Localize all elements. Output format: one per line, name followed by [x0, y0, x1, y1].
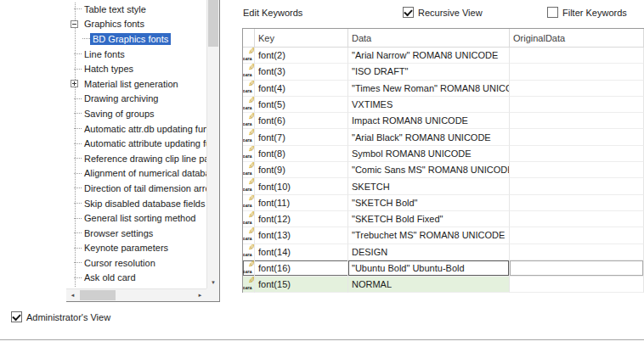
key-cell[interactable]: font(3)	[255, 64, 348, 80]
table-row[interactable]: DATA ✎ font(13) "Trebuchet MS" ROMAN8 UN…	[243, 227, 644, 243]
tree-item-label[interactable]: Drawing archiving	[82, 92, 161, 104]
originaldata-cell[interactable]	[510, 260, 644, 277]
table-row[interactable]: DATA ✎ font(8) Symbol ROMAN8 UNICODE	[243, 146, 644, 162]
table-row[interactable]: DATA ✎ font(2) "Arial Narrow" ROMAN8 UNI…	[243, 48, 644, 64]
tree-item[interactable]: Keynote parameters	[66, 241, 206, 256]
tree-item[interactable]: Line fonts	[66, 47, 206, 62]
data-cell[interactable]: "SKETCH Bold Fixed"	[348, 211, 510, 227]
tree-item[interactable]: Graphics fonts	[66, 17, 206, 32]
tree-twisty[interactable]	[70, 2, 82, 17]
edit-data-icon[interactable]: DATA ✎	[243, 164, 254, 176]
originaldata-cell[interactable]	[510, 146, 644, 162]
tree-item-label[interactable]: Skip disabled database fields	[82, 198, 206, 210]
data-cell[interactable]: DESIGN	[348, 244, 510, 260]
tree-item-label[interactable]: Material list generation	[82, 78, 181, 90]
edit-data-icon[interactable]: DATA ✎	[243, 115, 254, 127]
tree-item[interactable]: Direction of tail dimension arrow	[66, 181, 206, 196]
edit-data-icon[interactable]: DATA ✎	[243, 229, 254, 242]
recursive-view-checkbox[interactable]	[403, 7, 414, 18]
column-header-originaldata[interactable]: OriginalData	[510, 29, 644, 48]
tree-item[interactable]: Ask old card	[66, 271, 206, 286]
tree-item[interactable]: Saving of groups	[66, 106, 206, 121]
row-icon-cell[interactable]: DATA ✎	[243, 244, 255, 260]
row-icon-cell[interactable]: DATA ✎	[243, 81, 255, 97]
tree-item-label[interactable]: Saving of groups	[82, 108, 157, 120]
edit-data-icon[interactable]: DATA ✎	[243, 81, 254, 94]
tree-item[interactable]: Alignment of numerical databas	[66, 166, 206, 182]
key-cell[interactable]: font(5)	[255, 97, 348, 113]
expand-collapse-icon[interactable]	[71, 20, 78, 28]
tree-item-label[interactable]: Automatic attribute updating fu	[82, 137, 206, 149]
row-icon-cell[interactable]: DATA ✎	[243, 195, 255, 211]
key-cell[interactable]: font(7)	[255, 129, 348, 145]
originaldata-cell[interactable]	[510, 129, 644, 145]
edit-data-icon[interactable]: DATA ✎	[243, 98, 254, 111]
edit-data-icon[interactable]: DATA ✎	[243, 262, 254, 275]
row-icon-cell[interactable]: DATA ✎	[243, 64, 255, 80]
key-cell[interactable]: font(13)	[255, 227, 348, 243]
table-row[interactable]: DATA ✎ font(15) NORMAL	[243, 277, 644, 293]
row-icon-cell[interactable]: DATA ✎	[243, 162, 255, 178]
tree-item[interactable]: General list sorting method	[66, 210, 206, 226]
tree-twisty[interactable]	[70, 61, 82, 76]
originaldata-cell[interactable]	[510, 244, 644, 260]
tree-item-label[interactable]: Automatic attr.db updating fun	[82, 123, 206, 135]
edit-data-icon[interactable]: DATA ✎	[243, 245, 254, 258]
key-cell[interactable]: font(11)	[255, 195, 348, 211]
edit-data-icon[interactable]: DATA ✎	[243, 65, 254, 78]
data-cell[interactable]: "Comic Sans MS" ROMAN8 UNICODE	[348, 162, 510, 178]
data-cell[interactable]: "ISO DRAFT"	[348, 64, 510, 80]
table-row[interactable]: DATA ✎ font(11) "SKETCH Bold"	[243, 195, 644, 211]
expand-collapse-icon[interactable]	[71, 80, 78, 87]
horizontal-scrollbar-thumb[interactable]	[80, 290, 116, 300]
data-cell[interactable]: Impact ROMAN8 UNICODE	[348, 113, 510, 129]
administrators-view-row[interactable]: Administrator's View	[11, 311, 110, 322]
key-cell[interactable]: font(9)	[255, 162, 348, 178]
recursive-view-row[interactable]: Recursive View	[403, 7, 483, 18]
key-cell[interactable]: font(4)	[255, 81, 348, 97]
tree-twisty[interactable]	[70, 241, 82, 256]
tree-item-label[interactable]: BD Graphics fonts	[90, 33, 171, 45]
tree-twisty[interactable]	[70, 136, 82, 151]
table-row[interactable]: DATA ✎ font(10) SKETCH	[243, 178, 644, 194]
tree-twisty[interactable]	[70, 121, 82, 137]
tree-item-label[interactable]: Line fonts	[82, 48, 127, 60]
scroll-down-button[interactable]: ▼	[207, 276, 219, 288]
tree-twisty[interactable]	[70, 76, 82, 92]
row-icon-cell[interactable]: DATA ✎	[243, 211, 255, 227]
row-icon-cell[interactable]: DATA ✎	[243, 260, 255, 277]
originaldata-cell[interactable]	[510, 195, 644, 211]
key-cell[interactable]: font(14)	[255, 244, 348, 260]
key-cell[interactable]: font(15)	[255, 277, 348, 293]
vertical-scrollbar-thumb[interactable]	[208, 0, 218, 47]
edit-data-icon[interactable]: DATA ✎	[243, 49, 254, 62]
row-icon-cell[interactable]: DATA ✎	[243, 146, 255, 162]
row-icon-cell[interactable]: DATA ✎	[243, 97, 255, 113]
tree-twisty[interactable]	[70, 92, 82, 107]
tree-item[interactable]: Hatch types	[66, 61, 206, 76]
tree-item-label[interactable]: Graphics fonts	[82, 18, 147, 30]
originaldata-cell[interactable]	[510, 227, 644, 243]
key-cell[interactable]: font(10)	[255, 178, 348, 194]
tree-item[interactable]: BD Graphics fonts	[66, 31, 206, 47]
tree-item-label[interactable]: Table text style	[82, 3, 149, 15]
tree-item-label[interactable]: Alignment of numerical databas	[82, 167, 206, 179]
table-row[interactable]: DATA ✎ font(7) "Arial Black" ROMAN8 UNIC…	[243, 129, 644, 145]
row-icon-cell[interactable]: DATA ✎	[243, 113, 255, 129]
data-cell[interactable]: "Ubuntu Bold" Ubuntu-Bold	[348, 260, 510, 277]
originaldata-cell[interactable]	[510, 211, 644, 227]
tree-item[interactable]: Material list generation	[66, 76, 206, 92]
tree-item-label[interactable]: Hatch types	[82, 63, 136, 75]
data-cell[interactable]: "SKETCH Bold"	[348, 195, 510, 211]
tree-item-label[interactable]: Keynote parameters	[82, 242, 171, 254]
column-header-key[interactable]: Key	[255, 29, 348, 48]
data-cell[interactable]: "Trebuchet MS" ROMAN8 UNICODE	[348, 227, 510, 243]
scroll-left-button[interactable]: ◄	[66, 289, 79, 301]
tree-item[interactable]: Reference drawing clip line para	[66, 151, 206, 166]
data-cell[interactable]: NORMAL	[348, 277, 510, 293]
tree-item-label[interactable]: Reference drawing clip line para	[82, 153, 206, 165]
row-icon-cell[interactable]: DATA ✎	[243, 129, 255, 145]
table-row[interactable]: DATA ✎ font(4) "Times New Roman" ROMAN8 …	[243, 81, 644, 97]
key-cell[interactable]: font(16)	[255, 260, 348, 277]
tree-item[interactable]: Browser settings	[66, 226, 206, 241]
